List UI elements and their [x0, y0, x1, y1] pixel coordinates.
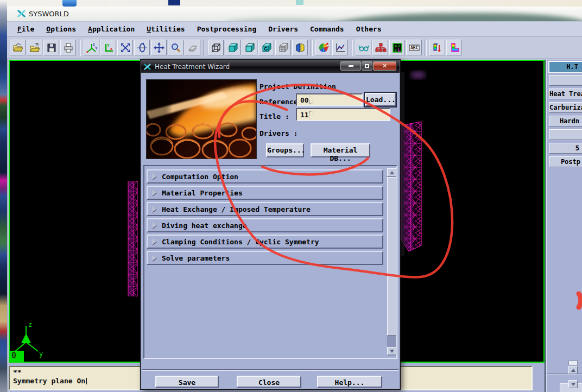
panel-button-ht[interactable]: H.T — [549, 61, 582, 72]
scrollbar-thumb[interactable] — [387, 177, 396, 336]
scrollbar-thumb[interactable] — [568, 361, 578, 365]
wireframe-cube-icon — [210, 42, 222, 54]
expand-arrow-icon — [152, 222, 156, 229]
save-file-button[interactable] — [43, 40, 59, 55]
import-file-button[interactable] — [27, 40, 42, 55]
color-scale-button[interactable] — [429, 40, 445, 55]
save-button[interactable]: Save — [155, 376, 219, 388]
heat-treatment-wizard-dialog: Heat Treatment Wizard ✕ — [140, 59, 401, 390]
section-computation-option[interactable]: Computation Option — [147, 169, 383, 184]
panel-button-2[interactable] — [549, 75, 582, 86]
window-title: SYSWORLD — [29, 10, 69, 18]
dynamic-rotation-button[interactable] — [315, 40, 331, 55]
panel-button-7[interactable]: 5 — [549, 143, 582, 154]
up-arrow-icon — [571, 369, 575, 372]
close-dialog-button[interactable]: Close — [237, 376, 301, 388]
menu-others[interactable]: Others — [351, 24, 387, 34]
origin-indicator: 0 — [9, 351, 24, 362]
model-tree-icon — [375, 42, 387, 54]
scroll-down-button[interactable] — [387, 347, 396, 355]
material-db-button[interactable]: Material DB... — [311, 143, 370, 157]
sections-scrollbar — [387, 168, 396, 356]
model-tree-button[interactable] — [372, 40, 388, 55]
section-solve-parameters[interactable]: Solve parameters — [147, 251, 383, 265]
curve-plot-button[interactable] — [332, 40, 348, 55]
panel-button-carburizing[interactable]: Carburiza — [549, 102, 582, 113]
menu-application[interactable]: Application — [83, 24, 140, 34]
mesh-view-button[interactable] — [275, 40, 291, 55]
panel-button-hardness[interactable]: Hardn — [549, 116, 582, 127]
menu-options[interactable]: Options — [41, 24, 81, 34]
close-button[interactable]: ✕ — [373, 61, 396, 71]
print-button[interactable] — [60, 40, 76, 55]
toolbar-separator — [425, 40, 427, 56]
load-button[interactable]: Load... — [365, 93, 396, 106]
panel-button-heat-treatment[interactable]: Heat Trea — [549, 88, 582, 99]
view-axes-plane-button[interactable]: Yx — [100, 40, 116, 55]
groups-button[interactable]: Groups... — [266, 143, 304, 157]
scroll-up-button[interactable] — [387, 168, 396, 176]
panel-button-postprocessing[interactable]: Postp — [549, 156, 582, 167]
section-planes-button[interactable] — [292, 40, 308, 55]
menu-file[interactable]: File — [12, 24, 39, 34]
view-results-button[interactable] — [356, 40, 371, 55]
window-controls: ✕ — [340, 61, 396, 71]
rotate-view-icon — [136, 42, 148, 54]
maximize-icon — [365, 64, 369, 68]
window-titlebar[interactable]: SYSWORLD — [7, 7, 582, 22]
dialog-titlebar[interactable]: Heat Treatment Wizard ✕ — [141, 60, 400, 73]
section-heat-exchange[interactable]: Heat Exchange / Imposed Temperature — [147, 202, 383, 216]
shaded-cube-icon — [227, 42, 239, 54]
contour-display-icon — [391, 42, 403, 54]
svg-text:G: G — [264, 46, 268, 52]
wireframe-view-button[interactable] — [208, 40, 224, 55]
pan-view-button[interactable] — [151, 40, 167, 55]
import-file-icon — [29, 42, 41, 54]
minimize-icon — [349, 65, 353, 67]
group-cube-button[interactable]: G — [258, 40, 274, 55]
annotation-text-button[interactable]: ABC — [406, 40, 422, 55]
zoom-view-button[interactable] — [168, 40, 184, 55]
axis-z-label: z — [28, 321, 32, 328]
scroll-up-button[interactable] — [568, 366, 578, 374]
shaded-view-button[interactable] — [225, 40, 241, 55]
fit-view-button[interactable] — [117, 40, 133, 55]
section-clamping-conditions[interactable]: Clamping Conditions / Cyclic Symmetry — [147, 235, 383, 249]
scroll-down-button[interactable] — [568, 380, 578, 388]
print-icon — [62, 42, 74, 54]
annotation-abc-icon: ABC — [408, 42, 420, 54]
panel-button-6[interactable] — [549, 129, 582, 140]
toolbar-separator — [79, 40, 81, 56]
desktop-top-strip — [0, 0, 582, 7]
section-planes-icon — [294, 42, 306, 54]
minimize-button[interactable] — [340, 61, 361, 71]
contour-display-button[interactable] — [389, 40, 405, 55]
right-panel: H.T Heat Trea Carburiza Hardn 5 Postp — [545, 60, 582, 392]
open-file-icon — [12, 42, 24, 54]
fit-view-icon — [119, 42, 131, 54]
svg-text:x: x — [86, 50, 88, 54]
pan-view-icon — [153, 42, 165, 54]
input-caret — [309, 97, 313, 104]
erase-button[interactable] — [185, 40, 200, 55]
section-material-properties[interactable]: Material Properties — [147, 186, 383, 200]
title-input[interactable]: 11 — [296, 108, 390, 121]
reference-input[interactable]: 00 — [296, 93, 363, 106]
menu-commands[interactable]: Commands — [305, 24, 349, 34]
menu-drivers[interactable]: Drivers — [263, 24, 303, 34]
taskbar-icon-teal — [296, 0, 303, 5]
view-axes-xyz-button[interactable]: xzY — [84, 40, 99, 55]
section-diving-heat-exchange[interactable]: Diving heat exchange — [147, 218, 383, 232]
shaded-edges-view-button[interactable] — [242, 40, 257, 55]
maximize-button[interactable] — [362, 61, 372, 71]
menu-postprocessing[interactable]: Postprocessing — [192, 24, 262, 34]
rotate-view-button[interactable] — [134, 40, 150, 55]
footer-separator — [142, 369, 398, 371]
svg-text:ABC: ABC — [410, 46, 419, 50]
help-button[interactable]: Help... — [317, 376, 382, 388]
down-arrow-icon — [390, 350, 394, 353]
open-file-button[interactable] — [10, 40, 26, 55]
color-legend-button[interactable] — [446, 40, 462, 55]
color-scale-icon — [432, 42, 444, 54]
menu-utilities[interactable]: Utilities — [142, 24, 189, 34]
